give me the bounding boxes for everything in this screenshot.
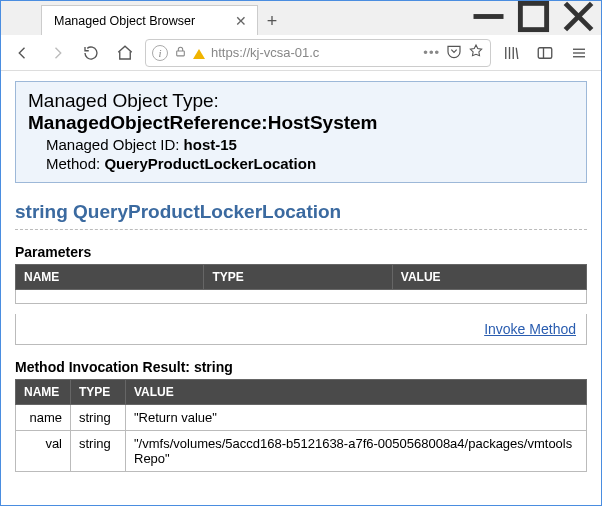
svg-rect-1 — [520, 3, 546, 29]
params-col-value: VALUE — [392, 265, 586, 290]
mo-id-label: Managed Object ID: — [46, 136, 179, 153]
browser-tab[interactable]: Managed Object Browser ✕ — [41, 5, 258, 35]
bookmark-star-icon[interactable] — [468, 43, 484, 62]
svg-rect-9 — [538, 47, 552, 58]
result-row-type: string — [71, 405, 126, 431]
nav-forward-button[interactable] — [43, 39, 71, 67]
params-empty-row — [16, 290, 587, 304]
site-info-icon[interactable]: i — [152, 45, 168, 61]
result-row-type: string — [71, 431, 126, 472]
url-text: https://kj-vcsa-01.c — [211, 45, 417, 60]
params-col-name: NAME — [16, 265, 204, 290]
lock-icon — [174, 45, 187, 61]
security-warning-icon — [193, 49, 205, 59]
parameters-table: NAME TYPE VALUE — [15, 264, 587, 304]
browser-titlebar: Managed Object Browser ✕ + — [1, 1, 601, 35]
params-col-type: TYPE — [204, 265, 392, 290]
mo-type-label: Managed Object Type: — [28, 90, 574, 112]
result-row: val string "/vmfs/volumes/5accd168-b5121… — [16, 431, 587, 472]
menu-hamburger-icon[interactable] — [565, 39, 593, 67]
method-signature-heading: string QueryProductLockerLocation — [15, 201, 587, 230]
sidebar-toggle-icon[interactable] — [531, 39, 559, 67]
result-heading: Method Invocation Result: string — [15, 359, 587, 375]
url-bar[interactable]: i https://kj-vcsa-01.c ••• — [145, 39, 491, 67]
managed-object-summary: Managed Object Type: ManagedObjectRefere… — [15, 81, 587, 183]
window-maximize-button[interactable] — [511, 1, 556, 31]
result-row: name string "Return value" — [16, 405, 587, 431]
library-icon[interactable] — [497, 39, 525, 67]
browser-toolbar: i https://kj-vcsa-01.c ••• — [1, 35, 601, 71]
parameters-heading: Parameters — [15, 244, 587, 260]
reader-pocket-icon[interactable] — [446, 43, 462, 62]
result-col-name: NAME — [16, 380, 71, 405]
page-content: Managed Object Type: ManagedObjectRefere… — [1, 71, 601, 482]
invoke-method-link[interactable]: Invoke Method — [484, 321, 576, 337]
svg-rect-4 — [177, 50, 185, 55]
window-close-button[interactable] — [556, 1, 601, 31]
result-row-value: "Return value" — [126, 405, 587, 431]
mo-id-line: Managed Object ID: host-15 — [46, 136, 574, 153]
result-col-type: TYPE — [71, 380, 126, 405]
result-row-value: "/vmfs/volumes/5accd168-b5121638-a7f6-00… — [126, 431, 587, 472]
result-col-value: VALUE — [126, 380, 587, 405]
window-controls — [466, 1, 601, 31]
tab-title: Managed Object Browser — [54, 14, 195, 28]
result-table: NAME TYPE VALUE name string "Return valu… — [15, 379, 587, 472]
nav-home-button[interactable] — [111, 39, 139, 67]
mo-reference-type: ManagedObjectReference:HostSystem — [28, 112, 574, 134]
mo-method-value: QueryProductLockerLocation — [104, 155, 316, 172]
result-row-name: name — [16, 405, 71, 431]
window-minimize-button[interactable] — [466, 1, 511, 31]
page-actions-icon[interactable]: ••• — [423, 45, 440, 60]
nav-reload-button[interactable] — [77, 39, 105, 67]
result-row-name: val — [16, 431, 71, 472]
svg-line-8 — [516, 47, 518, 58]
close-tab-icon[interactable]: ✕ — [235, 13, 247, 29]
mo-method-line: Method: QueryProductLockerLocation — [46, 155, 574, 172]
mo-method-label: Method: — [46, 155, 100, 172]
invoke-method-bar: Invoke Method — [15, 314, 587, 345]
new-tab-button[interactable]: + — [258, 7, 286, 35]
mo-id-value: host-15 — [184, 136, 237, 153]
nav-back-button[interactable] — [9, 39, 37, 67]
